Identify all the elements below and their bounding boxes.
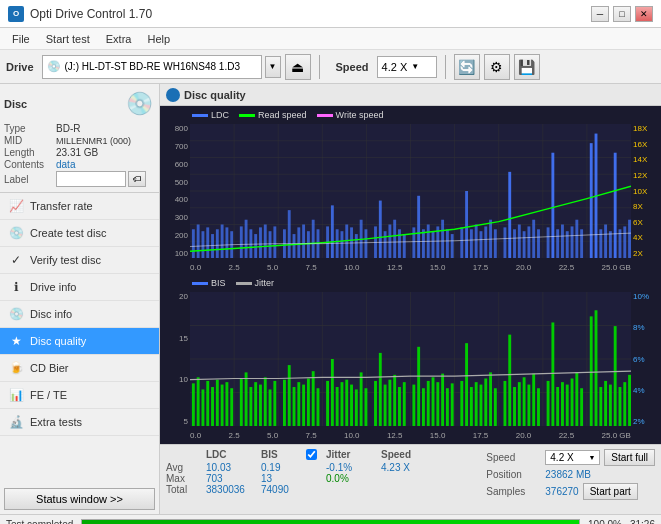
disc-mid-value: MILLENMR1 (000) [56, 136, 131, 146]
toolbar-separator-2 [445, 55, 446, 79]
chart1-y-right: 18X 16X 14X 12X 10X 8X 6X 4X 2X [631, 124, 659, 258]
sidebar-item-cd-bier[interactable]: 🍺 CD Bier [0, 355, 159, 382]
svg-rect-78 [518, 225, 521, 259]
drive-selector[interactable]: 💿 (J:) HL-DT-ST BD-RE WH16NS48 1.D3 [42, 55, 262, 79]
stats-speed-label: Speed [486, 452, 541, 463]
sidebar-item-create-test-disc[interactable]: 💿 Create test disc [0, 220, 159, 247]
svg-rect-118 [216, 380, 219, 426]
svg-rect-86 [561, 225, 564, 259]
svg-rect-123 [245, 372, 248, 426]
start-full-button[interactable]: Start full [604, 449, 655, 466]
speed-display-arrow: ▼ [588, 454, 595, 461]
sidebar-item-transfer-rate[interactable]: 📈 Transfer rate [0, 193, 159, 220]
maximize-button[interactable]: □ [613, 6, 631, 22]
svg-rect-37 [297, 227, 300, 258]
svg-rect-75 [503, 227, 506, 258]
stats-speed-header: Speed [381, 449, 426, 462]
svg-rect-19 [202, 231, 205, 258]
x2-5: 5.0 [267, 431, 278, 440]
read-legend-label: Read speed [258, 110, 307, 120]
start-part-button[interactable]: Start part [583, 483, 638, 500]
y1r-14x: 14X [633, 155, 647, 164]
svg-rect-129 [273, 381, 276, 426]
chart2: BIS Jitter 20 15 10 5 10% 8% [162, 276, 659, 442]
disc-info-icon: 💿 [8, 306, 24, 322]
chart1-legend: LDC Read speed Write speed [192, 110, 383, 120]
svg-rect-54 [388, 225, 391, 259]
status-window-button[interactable]: Status window >> [4, 488, 155, 510]
svg-rect-150 [388, 380, 391, 426]
stats-right: Speed 4.2 X ▼ Start full Position 23862 … [480, 445, 661, 514]
chart2-svg [190, 292, 631, 426]
svg-rect-167 [480, 385, 483, 426]
stats-avg-ldc: 10.03 [206, 462, 261, 473]
speed-dropdown-icon: ▼ [411, 62, 419, 71]
svg-rect-191 [609, 385, 612, 426]
drive-value: (J:) HL-DT-ST BD-RE WH16NS48 1.D3 [65, 61, 240, 72]
svg-rect-164 [465, 343, 468, 426]
save-button[interactable]: 💾 [514, 54, 540, 80]
menu-help[interactable]: Help [139, 31, 178, 47]
sidebar-item-verify-test-disc[interactable]: ✓ Verify test disc [0, 247, 159, 274]
disc-panel: Disc 💿 Type BD-R MID MILLENMR1 (000) Len… [0, 84, 159, 193]
stats-total-label: Total [166, 484, 206, 495]
x2-17.5: 17.5 [473, 431, 489, 440]
y1-500: 500 [175, 178, 188, 187]
nav-label-disc-quality: Disc quality [30, 335, 86, 347]
create-test-disc-icon: 💿 [8, 225, 24, 241]
content-title: Disc quality [184, 89, 246, 101]
svg-rect-82 [537, 229, 540, 258]
minimize-button[interactable]: ─ [591, 6, 609, 22]
sidebar-item-fe-te[interactable]: 📊 FE / TE [0, 382, 159, 409]
sidebar-item-drive-info[interactable]: ℹ Drive info [0, 274, 159, 301]
svg-rect-53 [384, 231, 387, 258]
eject-button[interactable]: ⏏ [285, 54, 311, 80]
disc-length-row: Length 23.31 GB [4, 147, 155, 158]
stats-bar: LDC BIS Jitter Speed Avg 10.03 0.19 -0.1… [160, 444, 661, 514]
stats-avg-spacer [306, 462, 326, 473]
legend-bis: BIS [192, 278, 226, 288]
sidebar-item-extra-tests[interactable]: 🔬 Extra tests [0, 409, 159, 436]
stats-bis-header: BIS [261, 449, 306, 462]
y2-5: 5 [184, 417, 188, 426]
menu-extra[interactable]: Extra [98, 31, 140, 47]
sidebar-item-disc-info[interactable]: 💿 Disc info [0, 301, 159, 328]
x2-2.5: 2.5 [228, 431, 239, 440]
disc-length-label: Length [4, 147, 56, 158]
drive-dropdown-arrow[interactable]: ▼ [265, 56, 281, 78]
x1-10: 10.0 [344, 263, 360, 272]
speed-value-display[interactable]: 4.2 X ▼ [545, 450, 600, 465]
svg-rect-126 [259, 385, 262, 426]
toolbar-separator-1 [319, 55, 320, 79]
disc-label-btn[interactable]: 🏷 [128, 171, 146, 187]
svg-rect-40 [312, 220, 315, 258]
speed-selector[interactable]: 4.2 X ▼ [377, 56, 437, 78]
disc-contents-label: Contents [4, 159, 56, 170]
y1-400: 400 [175, 195, 188, 204]
nav-label-fe-te: FE / TE [30, 389, 67, 401]
menu-file[interactable]: File [4, 31, 38, 47]
fe-te-icon: 📊 [8, 387, 24, 403]
sidebar-item-disc-quality[interactable]: ★ Disc quality [0, 328, 159, 355]
svg-rect-131 [288, 365, 291, 426]
disc-label-input[interactable] [56, 171, 126, 187]
svg-rect-132 [293, 387, 296, 426]
jitter-checkbox[interactable] [306, 449, 317, 460]
svg-rect-147 [374, 381, 377, 426]
y1r-8x: 8X [633, 202, 643, 211]
svg-rect-88 [571, 226, 574, 258]
svg-rect-84 [551, 153, 554, 258]
stats-total-bis: 74090 [261, 484, 306, 495]
svg-rect-38 [302, 225, 305, 259]
menu-start-test[interactable]: Start test [38, 31, 98, 47]
y1-700: 700 [175, 142, 188, 151]
svg-rect-183 [566, 385, 569, 426]
svg-rect-163 [460, 381, 463, 426]
svg-rect-24 [225, 227, 228, 258]
refresh-button[interactable]: 🔄 [454, 54, 480, 80]
svg-rect-135 [307, 378, 310, 426]
cd-bier-icon: 🍺 [8, 360, 24, 376]
settings-button[interactable]: ⚙ [484, 54, 510, 80]
stats-max-bis: 13 [261, 473, 306, 484]
close-button[interactable]: ✕ [635, 6, 653, 22]
